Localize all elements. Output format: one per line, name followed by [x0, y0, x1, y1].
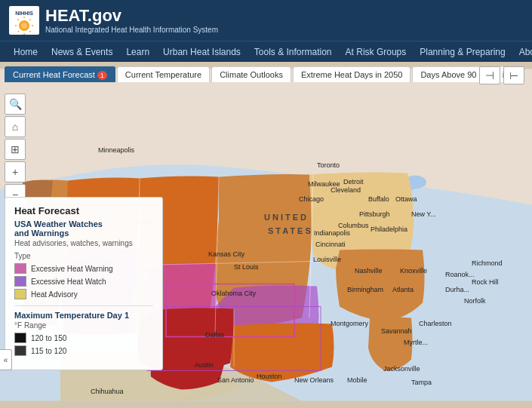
charleston-label: Charleston: [419, 320, 452, 327]
tab-climate[interactable]: Climate Outlooks: [211, 66, 291, 82]
tab-extreme[interactable]: Extreme Heat Days in 2050: [293, 66, 411, 82]
mobile-label: Mobile: [347, 376, 367, 384]
legend-section-temperature: Maximum Temperature Day 1 °F Range 120 t…: [14, 311, 153, 356]
nihhis-logo: NIHHIS: [9, 6, 39, 35]
legend-section-watches: USA Weather Watchesand Warnings Heat adv…: [14, 219, 153, 299]
nav-uhi[interactable]: Urban Heat Islands: [157, 44, 247, 60]
louisville-label: Louisville: [313, 256, 341, 263]
svg-line-9: [29, 20, 31, 21]
heat-gov-branding: HEAT.gov National Integrated Heat Health…: [45, 7, 218, 33]
legend-watches-subtitle: Heat advisories, watches, warnings: [14, 239, 153, 247]
legend-panel: Heat Forecast USA Weather Watchesand War…: [5, 197, 163, 370]
nav-next-button[interactable]: ⊢: [503, 66, 524, 84]
newyork-label: New Y...: [411, 210, 436, 218]
nav-prev-button[interactable]: ⊣: [479, 66, 500, 84]
indianapolis-label: Indianapolis: [314, 229, 351, 237]
columbus-label: Columbus: [338, 222, 369, 229]
logo-area: NIHHIS HEAT.gov National Integrated Heat…: [9, 6, 218, 35]
map-container: UNITED STATES Minneapolis Toronto Detroi…: [0, 62, 532, 408]
legend-range-label: °F Range: [14, 321, 153, 330]
houston-label: Houston: [257, 373, 282, 380]
temp-120-150-label: 120 to 150: [31, 334, 66, 342]
site-title: HEAT.gov: [45, 7, 218, 25]
rockhill-label: Rock Hill: [472, 278, 499, 286]
tampa-label: Tampa: [411, 379, 432, 386]
advisory-label: Heat Advisory: [31, 290, 78, 299]
neworleans-label: New Orleans: [294, 376, 334, 384]
chihuahua-label: Chihuahua: [91, 388, 124, 395]
pittsburgh-label: Pittsburgh: [359, 210, 390, 218]
savannah-label: Savannah: [381, 327, 412, 335]
nav-risk[interactable]: At Risk Groups: [340, 44, 413, 60]
milwaukee-label: Milwaukee: [308, 180, 340, 188]
atlanta-label: Atlanta: [392, 286, 414, 293]
nav-home[interactable]: Home: [8, 44, 44, 60]
zoom-in-button[interactable]: +: [5, 161, 26, 183]
temp-115-120-swatch: [14, 345, 26, 356]
durham-label: Durha...: [445, 286, 469, 293]
dallas-label: Dallas: [205, 331, 225, 339]
chicago-label: Chicago: [299, 195, 324, 203]
legend-item-watch: Excessive Heat Watch: [14, 276, 153, 287]
collapse-legend-button[interactable]: «: [0, 349, 12, 370]
nav-learn[interactable]: Learn: [120, 44, 155, 60]
roanoke-label: Roanok...: [445, 271, 475, 278]
legend-title: Heat Forecast: [14, 205, 153, 216]
legend-watches-title: USA Weather Watchesand Warnings: [14, 219, 153, 238]
warning-swatch: [14, 263, 26, 274]
ottawa-label: Ottawa: [395, 195, 417, 203]
tab-temperature-label: Current Temperature: [125, 70, 201, 79]
legend-divider: [14, 305, 153, 306]
myrtle-label: Myrtle...: [404, 339, 428, 346]
buffalo-label: Buffalo: [368, 195, 389, 203]
us-label: UNITED: [264, 213, 309, 222]
temp-115-120-label: 115 to 120: [31, 347, 66, 355]
svg-line-7: [18, 20, 20, 21]
legend-temp-title: Maximum Temperature Day 1: [14, 311, 153, 320]
header: NIHHIS HEAT.gov National Integrated Heat…: [0, 0, 532, 41]
legend-item-warning: Excessive Heat Warning: [14, 263, 153, 274]
tab-forecast[interactable]: Current Heat Forecast1: [5, 66, 115, 82]
nav-about[interactable]: About: [513, 44, 532, 60]
watch-label: Excessive Heat Watch: [31, 278, 106, 286]
stlouis-label: St Louis: [234, 263, 259, 271]
legend-type-label: Type: [14, 252, 153, 260]
knoxville-label: Knoxville: [400, 267, 427, 275]
layers-tool-button[interactable]: ⊞: [5, 139, 26, 160]
tab-extreme-label: Extreme Heat Days in 2050: [301, 70, 403, 79]
site-subtitle: National Integrated Heat Health Informat…: [45, 26, 218, 34]
cincinnati-label: Cincinnati: [315, 241, 346, 248]
austin-label: Austin: [195, 361, 214, 369]
states-label: STATES: [268, 226, 313, 235]
watch-swatch: [14, 276, 26, 287]
tab-temperature[interactable]: Current Temperature: [117, 66, 210, 82]
svg-line-8: [29, 31, 31, 32]
legend-item-advisory: Heat Advisory: [14, 289, 153, 299]
map-tabs: Current Heat Forecast1 Current Temperatu…: [0, 62, 532, 82]
home-tool-button[interactable]: ⌂: [5, 116, 26, 137]
richmond-label: Richmond: [472, 259, 503, 267]
svg-line-10: [18, 31, 20, 32]
heat-label: HEAT: [45, 6, 88, 25]
legend-item-115-120: 115 to 120: [14, 345, 153, 356]
nav-news[interactable]: News & Events: [45, 44, 118, 60]
temp-120-150-swatch: [14, 333, 26, 343]
nav-planning[interactable]: Planning & Preparing: [414, 44, 511, 60]
warning-label: Excessive Heat Warning: [31, 265, 113, 273]
main-nav: Home News & Events Learn Urban Heat Isla…: [0, 41, 532, 62]
legend-item-120-150: 120 to 150: [14, 333, 153, 343]
tab-climate-label: Climate Outlooks: [220, 70, 283, 79]
svg-point-11: [21, 23, 27, 29]
sanantonio-label: San Antonio: [217, 376, 254, 384]
tab-forecast-badge: 1: [97, 71, 107, 80]
nashville-label: Nashville: [355, 267, 383, 275]
philadelphia-label: Philadelphia: [371, 225, 407, 233]
kansascity-label: Kansas City: [208, 250, 245, 258]
detroit-label: Detroit: [343, 178, 364, 186]
minneapolis-label: Minneapolis: [98, 146, 135, 154]
tab-forecast-label: Current Heat Forecast: [13, 70, 95, 79]
advisory-swatch: [14, 289, 26, 299]
nav-tools[interactable]: Tools & Information: [248, 44, 338, 60]
search-tool-button[interactable]: 🔍: [5, 94, 26, 115]
oklahomacity-label: Oklahoma City: [211, 290, 257, 297]
